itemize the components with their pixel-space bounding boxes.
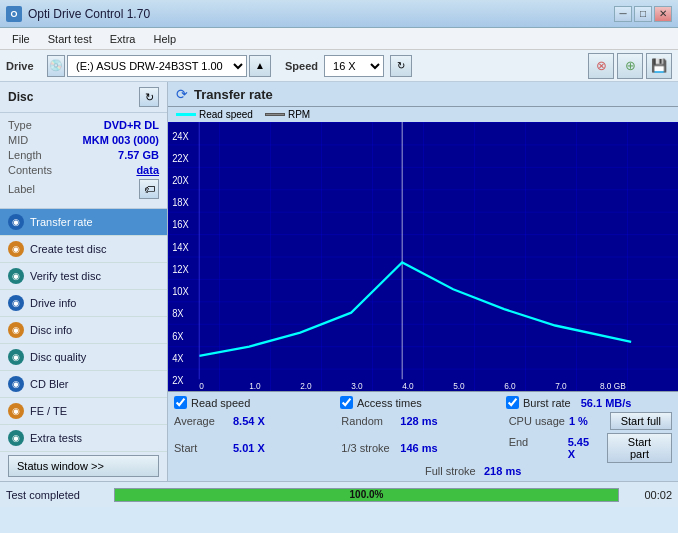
- disc-refresh-button[interactable]: ↻: [139, 87, 159, 107]
- copy-icon[interactable]: ⊕: [617, 53, 643, 79]
- app-icon: O: [6, 6, 22, 22]
- nav-fe-te[interactable]: ◉ FE / TE: [0, 398, 167, 425]
- svg-text:12X: 12X: [172, 263, 189, 275]
- start-part-button[interactable]: Start part: [607, 433, 672, 463]
- transfer-rate-header-icon: ⟳: [176, 86, 188, 102]
- svg-text:8.0 GB: 8.0 GB: [600, 380, 626, 391]
- end-val: 5.45 X: [568, 436, 595, 460]
- progress-text: 100.0%: [115, 489, 618, 501]
- nav-transfer-rate[interactable]: ◉ Transfer rate: [0, 209, 167, 236]
- nav-cd-bler[interactable]: ◉ CD Bler: [0, 371, 167, 398]
- full-stroke-stat: Full stroke 218 ms: [425, 465, 672, 477]
- svg-text:2X: 2X: [172, 374, 184, 386]
- svg-text:16X: 16X: [172, 219, 189, 231]
- disc-length-val: 7.57 GB: [118, 149, 159, 161]
- nav-create-test-disc[interactable]: ◉ Create test disc: [0, 236, 167, 263]
- start-full-button[interactable]: Start full: [610, 412, 672, 430]
- svg-text:0: 0: [199, 380, 204, 391]
- disc-mid-row: MID MKM 003 (000): [8, 134, 159, 146]
- status-window-button[interactable]: Status window >>: [8, 455, 159, 477]
- drive-bar: Drive 💿 (E:) ASUS DRW-24B3ST 1.00 ▲ Spee…: [0, 50, 678, 82]
- transfer-rate-icon: ◉: [8, 214, 24, 230]
- svg-text:4X: 4X: [172, 352, 184, 364]
- drive-eject-button[interactable]: ▲: [249, 55, 271, 77]
- read-speed-checkbox[interactable]: [174, 396, 187, 409]
- nav-extra-tests-label: Extra tests: [30, 432, 82, 444]
- stats-area: Read speed Access times Burst rate 56.1 …: [168, 391, 678, 481]
- title-buttons: ─ □ ✕: [614, 6, 672, 22]
- disc-label-key: Label: [8, 183, 35, 195]
- svg-text:6X: 6X: [172, 330, 184, 342]
- stats-row-1: Average 8.54 X Random 128 ms CPU usage 1…: [174, 412, 672, 430]
- svg-text:20X: 20X: [172, 174, 189, 186]
- cpu-stat: CPU usage 1 % Start full: [509, 412, 672, 430]
- menu-help[interactable]: Help: [145, 31, 184, 47]
- close-button[interactable]: ✕: [654, 6, 672, 22]
- legend-read-color: [176, 113, 196, 116]
- drive-label: Drive: [6, 60, 41, 72]
- burst-rate-checkbox[interactable]: [506, 396, 519, 409]
- cpu-key: CPU usage: [509, 415, 565, 427]
- speed-select[interactable]: 16 X: [324, 55, 384, 77]
- time-display: 00:02: [627, 489, 672, 501]
- nav-fe-te-label: FE / TE: [30, 405, 67, 417]
- end-key: End: [509, 436, 564, 460]
- legend-rpm-label: RPM: [288, 109, 310, 120]
- content-area: ⟳ Transfer rate Read speed RPM: [168, 82, 678, 481]
- end-stat: End 5.45 X Start part: [509, 433, 672, 463]
- legend-rpm-color: [265, 113, 285, 116]
- disc-quality-icon: ◉: [8, 349, 24, 365]
- menu-file[interactable]: File: [4, 31, 38, 47]
- drive-select[interactable]: (E:) ASUS DRW-24B3ST 1.00: [67, 55, 247, 77]
- menu-bar: File Start test Extra Help: [0, 28, 678, 50]
- disc-info-panel: Type DVD+R DL MID MKM 003 (000) Length 7…: [0, 113, 167, 209]
- cpu-stat-inner: CPU usage 1 %: [509, 415, 588, 427]
- access-times-check-group: Access times: [340, 396, 506, 409]
- svg-text:5.0: 5.0: [453, 380, 465, 391]
- nav-disc-info[interactable]: ◉ Disc info: [0, 317, 167, 344]
- window-title: Opti Drive Control 1.70: [28, 7, 150, 21]
- nav-transfer-rate-label: Transfer rate: [30, 216, 93, 228]
- disc-contents-val[interactable]: data: [136, 164, 159, 176]
- disc-section-header: Disc ↻: [0, 82, 167, 113]
- nav-drive-info[interactable]: ◉ Drive info: [0, 290, 167, 317]
- legend-read-label: Read speed: [199, 109, 253, 120]
- nav-disc-quality[interactable]: ◉ Disc quality: [0, 344, 167, 371]
- toolbar-icons: ⊗ ⊕ 💾: [588, 53, 672, 79]
- content-header: ⟳ Transfer rate: [168, 82, 678, 107]
- disc-type-row: Type DVD+R DL: [8, 119, 159, 131]
- disc-length-row: Length 7.57 GB: [8, 149, 159, 161]
- svg-text:18X: 18X: [172, 197, 189, 209]
- menu-start-test[interactable]: Start test: [40, 31, 100, 47]
- nav-extra-tests[interactable]: ◉ Extra tests: [0, 425, 167, 452]
- svg-text:22X: 22X: [172, 152, 189, 164]
- maximize-button[interactable]: □: [634, 6, 652, 22]
- disc-info-icon: ◉: [8, 322, 24, 338]
- erase-icon[interactable]: ⊗: [588, 53, 614, 79]
- menu-extra[interactable]: Extra: [102, 31, 144, 47]
- burst-rate-check-label: Burst rate: [523, 397, 571, 409]
- drive-info-icon: ◉: [8, 295, 24, 311]
- legend-rpm: RPM: [265, 109, 310, 120]
- random-key: Random: [341, 415, 396, 427]
- speed-refresh-button[interactable]: ↻: [390, 55, 412, 77]
- minimize-button[interactable]: ─: [614, 6, 632, 22]
- stroke13-val: 146 ms: [400, 442, 437, 454]
- save-icon[interactable]: 💾: [646, 53, 672, 79]
- svg-text:4.0: 4.0: [402, 380, 414, 391]
- disc-type-key: Type: [8, 119, 32, 131]
- nav-verify-test-label: Verify test disc: [30, 270, 101, 282]
- sidebar: Disc ↻ Type DVD+R DL MID MKM 003 (000) L…: [0, 82, 168, 481]
- average-val: 8.54 X: [233, 415, 265, 427]
- disc-mid-key: MID: [8, 134, 28, 146]
- stats-checks-row: Read speed Access times Burst rate 56.1 …: [174, 396, 672, 409]
- disc-mid-val: MKM 003 (000): [83, 134, 159, 146]
- disc-label-row: Label 🏷: [8, 179, 159, 199]
- nav-create-test-label: Create test disc: [30, 243, 106, 255]
- nav-verify-test-disc[interactable]: ◉ Verify test disc: [0, 263, 167, 290]
- random-stat: Random 128 ms: [341, 415, 504, 427]
- access-times-check-label: Access times: [357, 397, 422, 409]
- access-times-checkbox[interactable]: [340, 396, 353, 409]
- full-stroke-key: Full stroke: [425, 465, 480, 477]
- disc-label-button[interactable]: 🏷: [139, 179, 159, 199]
